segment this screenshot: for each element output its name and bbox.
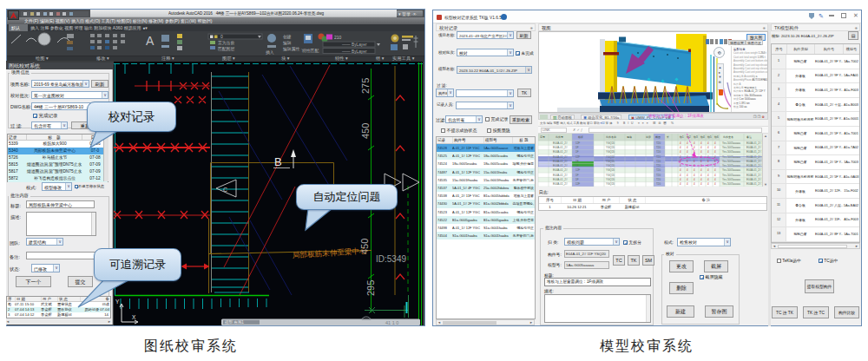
- svg-text:E04A-01_2#: E04A-01_2#: [553, 146, 568, 149]
- svg-text:1F: 1F: [575, 178, 579, 181]
- svg-text:YGQ20: YGQ20: [606, 168, 615, 172]
- svg-text:X: X: [132, 314, 136, 320]
- svg-text:E04A-01_2#: E04A-01_2#: [553, 150, 568, 154]
- svg-text:ID:5349: ID:5349: [376, 254, 406, 264]
- svg-text:E04A-01_2#: E04A-01_2#: [553, 174, 568, 177]
- svg-text:YGQ20: YGQ20: [606, 146, 615, 149]
- svg-text:E04A-01_2#: E04A-01_2#: [553, 164, 568, 167]
- svg-text:E04A-01_2#: E04A-01_2#: [553, 141, 568, 145]
- svg-text:12F: 12F: [575, 182, 580, 186]
- svg-text:YGQ20: YGQ20: [606, 178, 615, 181]
- svg-text:T20: T20: [656, 168, 661, 172]
- svg-text:模型 布局1: 模型 布局1: [224, 319, 244, 325]
- svg-text:YGQ20: YGQ20: [606, 164, 615, 167]
- svg-text:T20: T20: [656, 174, 661, 177]
- svg-text:Yes-5005aaaaa: Yes-5005aaaaa: [722, 146, 740, 149]
- svg-text:210: 210: [334, 35, 342, 40]
- svg-text:YGQ20: YGQ20: [606, 160, 615, 163]
- svg-text:Yes-5005aaaaa: Yes-5005aaaaa: [722, 141, 740, 145]
- svg-text:Yes-5005aaaaa: Yes-5005aaaaa: [722, 160, 740, 163]
- svg-text:长: 长: [667, 135, 669, 139]
- svg-text:YGQ20: YGQ20: [606, 182, 615, 186]
- svg-text:A: A: [146, 34, 155, 48]
- svg-text:匹配图层: 匹配图层: [218, 47, 234, 52]
- svg-text:1F: 1F: [575, 146, 579, 149]
- svg-text:置为当前: 置为当前: [218, 41, 234, 45]
- svg-text:材质: 材质: [645, 135, 651, 139]
- svg-text:T20: T20: [656, 150, 661, 154]
- svg-text:Yes-5005aaaaa: Yes-5005aaaaa: [722, 150, 740, 154]
- svg-text:数3: 数3: [694, 135, 698, 139]
- svg-text:模板: 模板: [578, 135, 583, 139]
- svg-text:YGQ20: YGQ20: [606, 150, 615, 154]
- svg-text:T20: T20: [656, 141, 661, 145]
- svg-text:编辑属性 ·: 编辑属性 ·: [283, 46, 303, 51]
- svg-text:B: B: [274, 155, 282, 168]
- svg-text:E04A-01_2#: E04A-01_2#: [553, 178, 568, 181]
- svg-text:C: C: [223, 187, 227, 193]
- svg-text:T20: T20: [656, 160, 661, 163]
- svg-text:1F: 1F: [575, 160, 579, 163]
- svg-text:序号: 序号: [540, 135, 545, 139]
- svg-text:T20: T20: [656, 182, 661, 186]
- svg-text:构件号: 构件号: [555, 135, 563, 139]
- svg-text:—— ByLayer: —— ByLayer: [342, 43, 367, 47]
- svg-text:Yes-5005aaaaa: Yes-5005aaaaa: [722, 174, 740, 177]
- svg-text:T20: T20: [656, 178, 661, 181]
- svg-text:YGQ20: YGQ20: [606, 141, 615, 145]
- svg-text:特性匹配: 特性匹配: [302, 49, 319, 54]
- svg-text:12F: 12F: [575, 141, 580, 145]
- svg-text:0: 0: [220, 34, 223, 39]
- svg-text:构件名称: 构件名称: [605, 135, 616, 139]
- svg-text:Yes-5005aaaaa: Yes-5005aaaaa: [722, 182, 740, 186]
- svg-text:创建: 创建: [283, 35, 292, 40]
- svg-text:编辑: 编辑: [283, 41, 292, 45]
- svg-text:数4: 数4: [700, 135, 705, 139]
- svg-text:1F: 1F: [575, 150, 579, 154]
- svg-text:插入: 插入: [266, 50, 274, 56]
- svg-text:Yes-5005aaaaa: Yes-5005aaaaa: [722, 168, 740, 172]
- svg-text:T20: T20: [656, 164, 661, 167]
- svg-text:T20: T20: [656, 146, 661, 149]
- svg-text:1F: 1F: [575, 174, 579, 177]
- svg-text:—— ByLayer: —— ByLayer: [342, 49, 367, 53]
- svg-text:备注: 备注: [746, 135, 752, 139]
- svg-text:构件全名: 构件全名: [722, 135, 733, 139]
- svg-text:12F: 12F: [575, 168, 580, 172]
- svg-text:Yes-5005aaaaa: Yes-5005aaaaa: [722, 178, 740, 181]
- svg-text:450: 450: [360, 123, 371, 139]
- svg-text:Yes-5005aaaaa: Yes-5005aaaaa: [722, 164, 740, 167]
- svg-text:E04A-01_2#: E04A-01_2#: [553, 182, 568, 186]
- svg-text:41 1 0: 41 1 0: [385, 320, 398, 325]
- svg-text:截面: 截面: [655, 135, 661, 139]
- svg-text:Y: Y: [115, 299, 120, 305]
- svg-text:数1: 数1: [680, 135, 684, 139]
- svg-text:YGQ20: YGQ20: [606, 174, 615, 177]
- svg-text:数5: 数5: [707, 135, 712, 139]
- svg-text:1F: 1F: [575, 164, 579, 167]
- svg-text:275: 275: [360, 78, 371, 94]
- svg-text:E04A-01_2#: E04A-01_2#: [553, 168, 568, 172]
- svg-text:295: 295: [365, 280, 376, 296]
- svg-text:数6: 数6: [714, 135, 719, 139]
- svg-text:E04A-01_2#: E04A-01_2#: [553, 160, 568, 163]
- svg-text:规格: 规格: [627, 135, 632, 139]
